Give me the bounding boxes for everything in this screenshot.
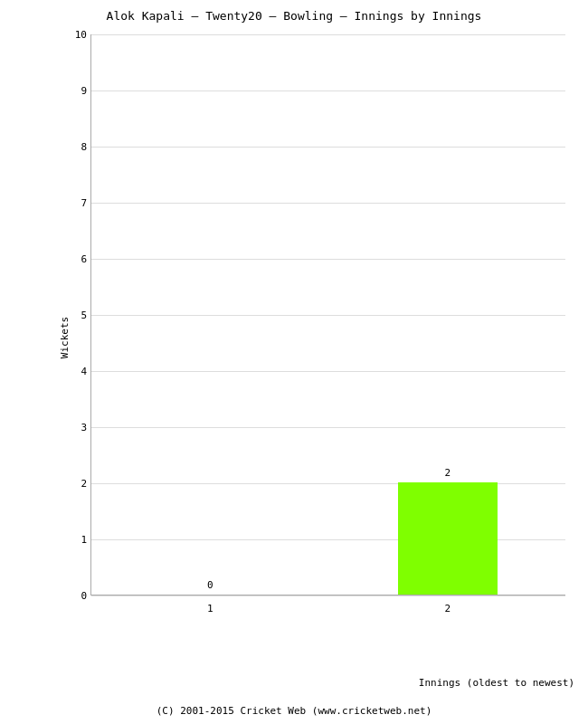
- y-tick-label-6: 6: [81, 253, 87, 265]
- x-tick-label-2: 2: [444, 603, 450, 614]
- chart-area: Wickets 0123456789100122 Innings (oldest…: [50, 30, 574, 645]
- y-tick-label-3: 3: [81, 422, 87, 433]
- y-tick-label-4: 4: [81, 366, 87, 377]
- y-tick-label-5: 5: [81, 310, 87, 321]
- gridline-y-10: [91, 34, 565, 35]
- gridline-y-5: [91, 315, 565, 316]
- y-tick-label-7: 7: [81, 197, 87, 209]
- y-axis-title: Wickets: [59, 317, 71, 358]
- bar-value-label-1: 0: [207, 579, 213, 591]
- bar-innings-1: [160, 594, 260, 595]
- x-axis-title: Innings (oldest to newest): [419, 677, 574, 689]
- gridline-y-4: [91, 371, 565, 372]
- gridline-y-0: [91, 595, 565, 596]
- chart-container: Alok Kapali – Twenty20 – Bowling – Innin…: [0, 0, 588, 724]
- chart-title: Alok Kapali – Twenty20 – Bowling – Innin…: [107, 9, 482, 23]
- bar-value-label-2: 2: [444, 467, 450, 479]
- gridline-y-8: [91, 147, 565, 148]
- gridline-y-9: [91, 90, 565, 91]
- footer-text: (C) 2001-2015 Cricket Web (www.cricketwe…: [0, 705, 588, 717]
- y-tick-label-2: 2: [81, 478, 87, 490]
- x-tick-label-1: 1: [207, 603, 213, 614]
- gridline-y-3: [91, 427, 565, 428]
- y-tick-label-9: 9: [81, 85, 87, 97]
- chart-plot-area: 0123456789100122: [90, 34, 565, 595]
- y-tick-label-8: 8: [81, 141, 87, 153]
- y-tick-label-10: 10: [75, 29, 87, 41]
- y-tick-label-0: 0: [81, 590, 87, 602]
- gridline-y-7: [91, 203, 565, 204]
- y-tick-label-1: 1: [81, 534, 87, 546]
- bar-innings-2: [398, 482, 498, 595]
- gridline-y-6: [91, 259, 565, 260]
